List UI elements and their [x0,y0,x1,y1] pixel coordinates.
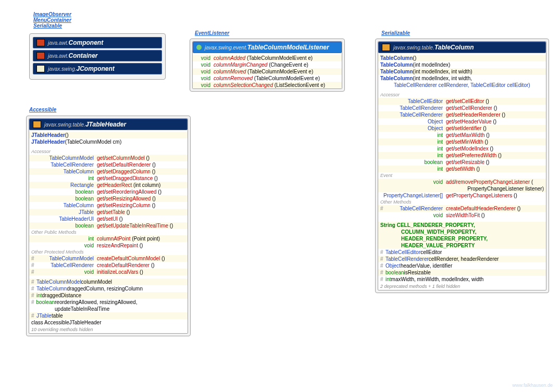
member-row: #TableCellEditor cellEditor [378,249,546,256]
serializable-label: Serializable [381,30,410,36]
member-row: #boolean reorderingAllowed, resizingAllo… [29,299,188,312]
member-row: #TableColumnModelcreateDefaultColumnMode… [29,255,188,262]
member-row: voidadd/removePropertyChangeListener ( [378,179,546,185]
class-container[interactable]: java.awt.Container [33,50,162,61]
member-row: TableColumnModelget/setColumnModel () [29,155,188,161]
class-header: javax.swing.event.TableColumnModelListen… [193,42,342,53]
member-row: #TableColumn draggedColumn, resizingColu… [29,285,188,292]
member-row: intget/setPreferredWidth () [378,152,546,159]
section-label: Event [378,172,546,179]
member-row: HEADER_VALUE_PROPERTY [378,242,546,249]
member-row: intget/setWidth () [378,166,546,172]
member-row: voidcolumnRemoved (TableColumnModelEvent… [193,75,342,82]
interface-link[interactable]: Serializable [381,30,410,36]
member-row: JTableHeader () [29,132,188,138]
member-row: #TableColumnModel columnModel [29,279,188,285]
member-row: voidcolumnMoved (TableColumnModelEvent e… [193,68,342,75]
member-row: booleanget/setUpdateTableInRealTime () [29,222,188,229]
member-row: #int draggedDistance [29,292,188,299]
member-row: #TableCellRenderer cellRenderer, headerR… [378,256,546,262]
listener-box: javax.swing.event.TableColumnModelListen… [192,41,342,89]
accessible-label: Accessible [29,107,56,112]
member-row: #JTable table [29,312,188,319]
interface-link[interactable]: EventListener [195,30,229,36]
member-row: TableCellRendererget/setDefaultRenderer … [29,161,188,168]
tablecolumn-container: javax.swing.table.TableColumn TableColum… [375,39,549,293]
interfaces-top: ImageObserver MenuContainer Serializable [33,11,71,29]
interface-link[interactable]: Accessible [29,107,56,112]
member-row: TableHeaderUIget/setUI () [29,216,188,222]
member-row: intget/setMinWidth () [378,138,546,145]
tablecolumn-box: javax.swing.table.TableColumn TableColum… [378,41,546,290]
listener-container: javax.swing.event.TableColumnModelListen… [190,39,345,92]
member-row: #boolean isResizable [378,269,546,276]
member-row: COLUMN_WIDTH_PROPERTY, [378,229,546,235]
member-row: booleanget/setResizingAllowed () [29,195,188,202]
section-label: Other Public Methods [29,229,188,235]
member-row: intget/setMaxWidth () [378,132,546,138]
inner-class: class AccessibleJTableHeader [29,319,188,326]
member-row: TableColumn (int modelIndex, int width, [378,75,546,82]
member-row: TableCellRendererget/setHeaderRenderer (… [378,111,546,118]
interface-link[interactable]: ImageObserver [33,11,71,17]
member-row: voidsizeWidthToFit () [378,212,546,219]
member-row: PropertyChangeListener listener) [378,185,546,192]
footer-note: 10 overriding methods hidden [29,326,188,333]
jtableheader-container: javax.swing.table.JTableHeader JTableHea… [26,116,191,336]
interface-link[interactable]: MenuContainer [33,17,71,23]
class-header: javax.swing.table.TableColumn [378,42,546,53]
footer-note: 2 deprecated methods + 1 field hidden [378,283,546,290]
member-row: voidcolumnMarginChanged (ChangeEvent e) [193,61,342,68]
member-row: String CELL_RENDERER_PROPERTY, [378,222,546,229]
member-row: TableCellRendererget/setCellRenderer () [378,105,546,111]
member-row: JTableHeader (TableColumnModel cm) [29,138,188,145]
member-row: intcolumnAtPoint (Point point) [29,235,188,242]
member-row: intget/setModelIndex () [378,145,546,152]
interface-link[interactable]: Serializable [33,23,71,29]
class-icon [33,121,41,128]
member-row: voidcolumnSelectionChanged (ListSelectio… [193,82,342,88]
member-row: RectanglegetHeaderRect (int column) [29,182,188,188]
member-row: #voidinitializeLocalVars () [29,269,188,275]
member-row: JTableget/setTable () [29,209,188,216]
member-row: booleanget/setReorderingAllowed () [29,188,188,195]
section-label: Accessor [29,148,188,155]
class-icon [382,44,390,51]
member-row: TableCellEditorget/setCellEditor () [378,98,546,105]
member-row: intget/setDraggedDistance () [29,175,188,182]
interface-icon [196,45,202,50]
member-row: TableColumn (int modelIndex) [378,61,546,68]
member-row: #Object headerValue, identifier [378,262,546,269]
member-row: voidcolumnAdded (TableColumnModelEvent e… [193,55,342,61]
class-icon [36,52,45,59]
section-label: Other Protected Methods [29,249,188,255]
class-component[interactable]: java.awt.Component [33,37,162,48]
member-row: TableColumnget/setResizingColumn () [29,202,188,209]
member-row: #int maxWidth, minWidth, modelIndex, wid… [378,276,546,283]
watermark: www.falkhausen.de [512,383,553,388]
member-row: TableColumn (int modelIndex, int width) [378,68,546,75]
class-icon [36,39,45,46]
member-row: Objectget/setIdentifier () [378,125,546,132]
member-row: HEADER_RENDERER_PROPERTY, [378,235,546,242]
class-icon [36,65,45,72]
member-row: PropertyChangeListener[]getPropertyChang… [378,192,546,199]
member-row: #TableCellRenderercreateDefaultRenderer … [29,262,188,269]
eventlistener-label: EventListener [195,30,229,36]
class-jcomponent[interactable]: javax.swing.JComponent [33,63,162,74]
jtableheader-box: javax.swing.table.JTableHeader JTableHea… [29,118,188,334]
member-row: #TableCellRenderercreateDefaultHeaderRen… [378,205,546,212]
member-row: voidresizeAndRepaint () [29,242,188,249]
member-row: Objectget/setHeaderValue () [378,118,546,125]
member-row: TableColumn () [378,55,546,61]
class-header: javax.swing.table.JTableHeader [29,119,188,130]
section-label: Other Methods [378,199,546,205]
member-row: booleanget/setResizable () [378,159,546,166]
section-label: Accessor [378,92,546,98]
hierarchy-container: java.awt.Component java.awt.Container ja… [29,33,166,80]
member-row: TableColumnget/setDraggedColumn () [29,168,188,175]
